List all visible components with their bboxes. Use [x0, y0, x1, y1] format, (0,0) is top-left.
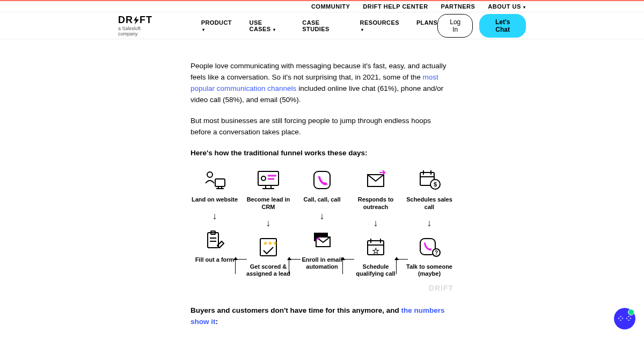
paragraph-bold: Here's how the traditional funnel works …	[191, 148, 453, 159]
phone-question-icon: ?	[416, 236, 443, 258]
topnav-partners[interactable]: PARTNERS	[441, 3, 475, 10]
topnav-about[interactable]: ABOUT US ▾	[488, 3, 526, 10]
arrow-down-icon: ↓	[266, 216, 271, 231]
arrow-down-icon: ↓	[427, 216, 432, 231]
crm-monitor-icon	[255, 169, 282, 191]
chevron-down-icon: ▾	[272, 27, 276, 32]
svg-rect-1	[215, 179, 225, 186]
svg-text:★: ★	[372, 247, 379, 255]
topnav-community[interactable]: COMMUNITY	[311, 3, 350, 10]
chat-grid-icon: ⁘⁘	[617, 313, 633, 325]
paragraph: People love communicating with messaging…	[191, 61, 453, 106]
svg-text:★★★: ★★★	[263, 240, 277, 246]
nav-usecases[interactable]: USE CASES ▾	[250, 19, 286, 32]
funnel-label: Land on website	[192, 196, 238, 203]
phone-icon	[309, 169, 335, 191]
funnel-col: Land on website ↓ Fill out a form	[191, 169, 239, 277]
reply-envelope-icon	[362, 169, 389, 191]
funnel-label: Become lead in CRM	[244, 196, 292, 210]
funnel-col: Responds to outreach ↓ ★ Schedule qualif…	[352, 169, 400, 277]
arrow-down-icon: ↓	[213, 209, 217, 224]
funnel-label: Responds to outreach	[352, 196, 400, 210]
nav-product[interactable]: PRODUCT ▾	[201, 19, 232, 32]
arrow-down-icon: ↓	[374, 216, 378, 231]
chevron-down-icon: ▾	[522, 5, 526, 10]
lets-chat-button[interactable]: Let's Chat	[479, 14, 526, 38]
watermark: DRIFT	[191, 283, 453, 294]
funnel-col: Call, call, call ↓ Enroll in email autom…	[298, 169, 346, 277]
main-navbar: DRFT a Salesloft company PRODUCT ▾ USE C…	[0, 12, 644, 39]
funnel-label: Schedules sales call	[405, 196, 453, 210]
chevron-down-icon: ▾	[361, 27, 363, 32]
funnel-label: Talk to someone (maybe)	[405, 263, 453, 277]
calendar-dollar-icon: $	[416, 169, 443, 191]
svg-point-10	[261, 176, 266, 181]
svg-text:?: ?	[435, 250, 438, 256]
funnel-label: Fill out a form	[195, 256, 235, 263]
bolt-icon	[134, 16, 139, 25]
person-monitor-icon	[201, 169, 228, 191]
logo-block[interactable]: DRFT a Salesloft company	[118, 15, 158, 37]
funnel-label: Get scored & assigned a lead	[244, 263, 292, 277]
funnel-label: Schedule qualifying call	[352, 263, 400, 277]
nav-casestudies[interactable]: CASE STUDIES	[302, 19, 342, 32]
logo: DRFT	[118, 15, 158, 26]
funnel-diagram: Land on website ↓ Fill out a form Become…	[191, 169, 453, 277]
logo-tagline: a Salesloft company	[118, 26, 158, 37]
clipboard-pen-icon	[201, 229, 228, 251]
topnav-help[interactable]: DRIFT HELP CENTER	[363, 3, 428, 10]
login-button[interactable]: Log In	[437, 14, 473, 38]
arrow-down-icon: ↓	[320, 209, 325, 224]
connector-arrow	[342, 259, 354, 274]
nav-actions: Log In Let's Chat	[437, 14, 526, 38]
nav-links: PRODUCT ▾ USE CASES ▾ CASE STUDIES RESOU…	[201, 19, 438, 32]
score-card-icon: ★★★	[255, 236, 282, 258]
nav-plans[interactable]: PLANS	[416, 19, 437, 32]
article-content: People love communicating with messaging…	[191, 61, 453, 338]
connector-arrow	[235, 259, 247, 274]
chevron-down-icon: ▾	[202, 27, 204, 32]
funnel-col: $ Schedules sales call ↓ ? Talk to someo…	[405, 169, 453, 277]
top-utility-nav: COMMUNITY DRIFT HELP CENTER PARTNERS ABO…	[0, 0, 644, 12]
calendar-star-icon: ★	[362, 236, 389, 258]
svg-text:$: $	[434, 181, 437, 188]
paragraph: But most businesses are still forcing pe…	[191, 116, 453, 138]
paragraph-bold: Buyers and customers don't have time for…	[191, 305, 453, 328]
nav-resources[interactable]: RESOURCES ▾	[360, 19, 399, 32]
funnel-label: Enroll in email automation	[298, 256, 346, 270]
connector-arrow	[396, 259, 408, 274]
connector-arrow	[289, 259, 301, 274]
chat-widget-button[interactable]: ⁘⁘	[614, 308, 635, 329]
funnel-col: Become lead in CRM ↓ ★★★ Get scored & as…	[244, 169, 292, 277]
funnel-label: Call, call, call	[303, 196, 340, 203]
svg-point-0	[207, 172, 213, 177]
email-stack-icon	[309, 229, 335, 251]
svg-rect-18	[314, 171, 330, 189]
